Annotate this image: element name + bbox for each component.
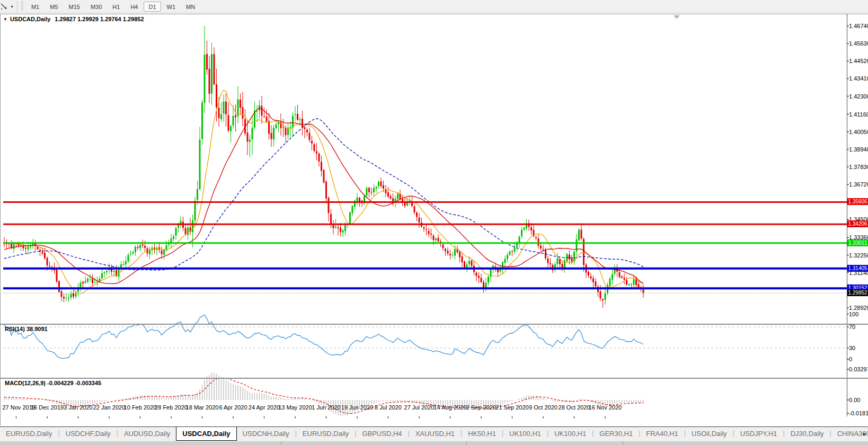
- price-tick-1.38940: 1.38940: [849, 146, 868, 153]
- rsi-tick-100: 100: [849, 311, 868, 317]
- macd-tick-0.032972: 0.032972: [849, 366, 868, 372]
- panel-separator[interactable]: [0, 378, 868, 379]
- tab-scroll-arrows: ◂ ▸: [855, 426, 866, 441]
- date-tick-28-Oct-2020: 28 Oct 2020: [559, 404, 590, 411]
- price-badge-1.34206: 1.34206: [847, 220, 868, 227]
- timeframe-button-h1[interactable]: H1: [108, 2, 125, 12]
- toolbar-grip[interactable]: [21, 2, 23, 11]
- symbol-tab-ger30-11[interactable]: GER30,H1: [594, 427, 639, 441]
- rsi-line: [4, 315, 643, 358]
- date-tick-24-Apr-2020: 24 Apr 2020: [249, 404, 280, 411]
- price-tick-1.46740: 1.46740: [849, 23, 868, 29]
- ma-line-50: [4, 119, 643, 270]
- symbol-tab-xauusd-7[interactable]: XAUUSD,H1: [410, 427, 460, 441]
- symbol-tab-bar: EURUSD,Daily|USDCHF,Daily|AUDUSD,DailyUS…: [0, 426, 868, 441]
- date-tick-22-Jan-2020: 22 Jan 2020: [93, 404, 126, 411]
- date-tick-10-Feb-2020: 10 Feb 2020: [124, 404, 157, 411]
- chevron-down-icon: ▼: [10, 5, 14, 8]
- panel-separator[interactable]: [0, 324, 868, 325]
- price-badge-1.31405: 1.31405: [847, 265, 868, 272]
- timeframe-button-m1[interactable]: M1: [26, 2, 44, 12]
- timeframe-button-mn[interactable]: MN: [181, 2, 200, 12]
- macd-tick--0.018154: -0.018154: [849, 410, 868, 416]
- date-tick-2-Sep-2020: 2 Sep 2020: [466, 404, 496, 411]
- date-tick-28-Feb-2020: 28 Feb 2020: [155, 404, 188, 411]
- timeframe-button-m30[interactable]: M30: [86, 2, 107, 12]
- timeframe-button-w1[interactable]: W1: [162, 2, 181, 12]
- chart-tool-button[interactable]: ▼: [0, 3, 16, 11]
- main-price-panel: [4, 26, 644, 308]
- toolbar: ▼ M1M5M15M30H1H4D1W1MN: [0, 0, 868, 13]
- date-tick-14-Aug-2020: 14 Aug 2020: [434, 404, 467, 411]
- macd-tick-0.00: 0.00: [849, 397, 868, 403]
- symbol-tab-usdchf-1[interactable]: USDCHF,Daily: [60, 427, 117, 441]
- rsi-panel: [3, 315, 847, 358]
- timeframe-button-m5[interactable]: M5: [45, 2, 63, 12]
- price-tick-1.45630: 1.45630: [849, 40, 868, 47]
- symbol-tab-uk100-10[interactable]: UK100,H1: [548, 427, 592, 441]
- tab-scroll-right-icon[interactable]: ▸: [863, 431, 866, 437]
- timeframe-button-m15[interactable]: M15: [64, 2, 85, 12]
- timeframe-button-h4[interactable]: H4: [126, 2, 143, 12]
- bottom-strip: [0, 441, 868, 445]
- chart-tool-icon: [1, 3, 8, 11]
- tab-scroll-left-icon[interactable]: ◂: [855, 431, 858, 437]
- price-badge-1.35606: 1.35606: [847, 198, 868, 205]
- price-tick-1.41160: 1.41160: [849, 111, 868, 118]
- symbol-tab-usdcnh-4[interactable]: USDCNH,Daily: [237, 427, 295, 441]
- date-tick-13-May-2020: 13 May 2020: [278, 404, 312, 411]
- symbol-tab-usoil-13[interactable]: USOil,Daily: [686, 427, 732, 441]
- symbol-tab-audusd-2[interactable]: AUDUSD,Daily: [118, 427, 176, 441]
- rsi-tick-30: 30: [849, 345, 868, 351]
- date-tick-21-Sep-2020: 21 Sep 2020: [495, 404, 528, 411]
- rsi-label: RSI(14) 38.9091: [5, 326, 48, 332]
- price-tick-1.37830: 1.37830: [849, 164, 868, 170]
- date-tick-9-Oct-2020: 9 Oct 2020: [529, 404, 557, 411]
- date-tick-18-Mar-2020: 18 Mar 2020: [186, 404, 219, 411]
- macd-label: MACD(12,26,9) -0.004229 -0.003345: [5, 380, 101, 386]
- symbol-tab-eurusd-0[interactable]: EURUSD,Daily: [0, 427, 58, 441]
- timeframe-buttons: M1M5M15M30H1H4D1W1MN: [26, 2, 200, 12]
- price-tick-1.43410: 1.43410: [849, 75, 868, 82]
- chart-shift-marker-icon[interactable]: [674, 15, 680, 19]
- toolbar-separator: [17, 1, 17, 12]
- mt4-window: ▼ M1M5M15M30H1H4D1W1MN ▼ USDCAD,Daily 1.…: [0, 0, 868, 445]
- current-price-badge: 1.29852: [847, 289, 868, 296]
- date-tick-19-Jun-2020: 19 Jun 2020: [341, 404, 374, 411]
- chart-canvas[interactable]: [0, 14, 868, 426]
- symbol-tab-hk50-8[interactable]: HK50,H1: [462, 427, 502, 441]
- date-tick-8-Jul-2020: 8 Jul 2020: [375, 404, 402, 411]
- date-tick-3-Jan-2020: 3 Jan 2020: [64, 404, 92, 411]
- symbol-tab-uk100-9[interactable]: UK100,H1: [503, 427, 547, 441]
- price-tick-1.28920: 1.28920: [849, 305, 868, 311]
- date-tick-27-Jul-2020: 27 Jul 2020: [404, 404, 435, 411]
- price-tick-1.42300: 1.42300: [849, 93, 868, 100]
- price-tick-1.40050: 1.40050: [849, 129, 868, 135]
- date-tick-16-Dec-2019: 16 Dec 2019: [31, 404, 64, 411]
- symbol-tab-eurusd-5[interactable]: EURUSD,Daily: [297, 427, 355, 441]
- date-tick-16-Nov-2020: 16 Nov 2020: [589, 404, 622, 411]
- price-tick-1.32250: 1.32250: [849, 252, 868, 259]
- ma-line-25: [4, 108, 643, 284]
- timeframe-button-d1[interactable]: D1: [144, 2, 161, 12]
- symbol-tab-gbpusd-6[interactable]: GBPUSD,H4: [356, 427, 408, 441]
- rsi-tick-0: 0: [849, 356, 868, 362]
- symbol-tab-dj30-15[interactable]: DJ30,Daily: [785, 427, 830, 441]
- symbol-tab-fra40-12[interactable]: FRA40,H1: [640, 427, 684, 441]
- symbol-tab-usdcad-3[interactable]: USDCAD,Daily: [176, 427, 236, 441]
- price-tick-1.36720: 1.36720: [849, 181, 868, 188]
- date-tick-6-Apr-2020: 6 Apr 2020: [219, 404, 247, 411]
- price-badge-1.33011: 1.33011: [847, 239, 868, 246]
- symbol-tab-usdjpy-14[interactable]: USDJPY,H1: [734, 427, 783, 441]
- date-tick-1-Jun-2020: 1 Jun 2020: [312, 404, 340, 411]
- price-tick-1.44520: 1.44520: [849, 58, 868, 64]
- rsi-tick-70: 70: [849, 324, 868, 330]
- candles-layer: [4, 26, 644, 308]
